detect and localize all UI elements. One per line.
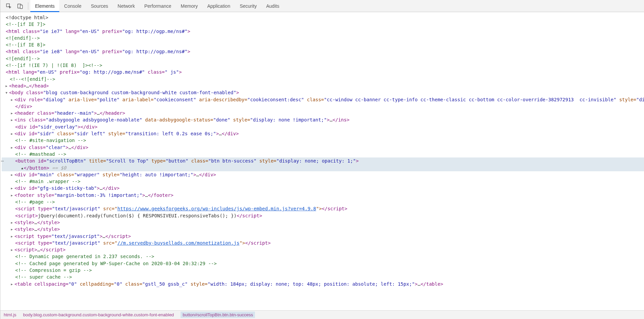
dom-breadcrumb[interactable]: html.js body.blog.custom-background.cust… (0, 310, 644, 319)
dom-tree[interactable]: <!doctype html> <!--[if IE 7]> <html cla… (0, 12, 644, 310)
tab-application[interactable]: Application (202, 0, 235, 12)
device-toggle-icon[interactable] (17, 2, 24, 10)
tab-console[interactable]: Console (59, 0, 86, 12)
devtools: Elements Console Sources Network Perform… (0, 0, 644, 319)
bc-item[interactable]: html.js (4, 312, 17, 317)
devtools-tabbar: Elements Console Sources Network Perform… (0, 0, 644, 12)
tab-memory[interactable]: Memory (176, 0, 203, 12)
bc-item[interactable]: button#scrollTopBtn.btn.btn-success (181, 312, 255, 318)
tab-elements[interactable]: Elements (30, 0, 59, 12)
inspect-icon[interactable] (5, 2, 12, 10)
tab-audits[interactable]: Audits (261, 0, 284, 12)
svg-rect-4 (20, 5, 23, 9)
tab-security[interactable]: Security (235, 0, 262, 12)
dom-selected-node[interactable]: <button id="scrollTopBtn" title="Scroll … (2, 157, 644, 164)
tab-performance[interactable]: Performance (139, 0, 176, 12)
tab-sources[interactable]: Sources (86, 0, 113, 12)
bc-item[interactable]: body.blog.custom-background.custom-backg… (23, 312, 174, 317)
tab-network[interactable]: Network (113, 0, 139, 12)
